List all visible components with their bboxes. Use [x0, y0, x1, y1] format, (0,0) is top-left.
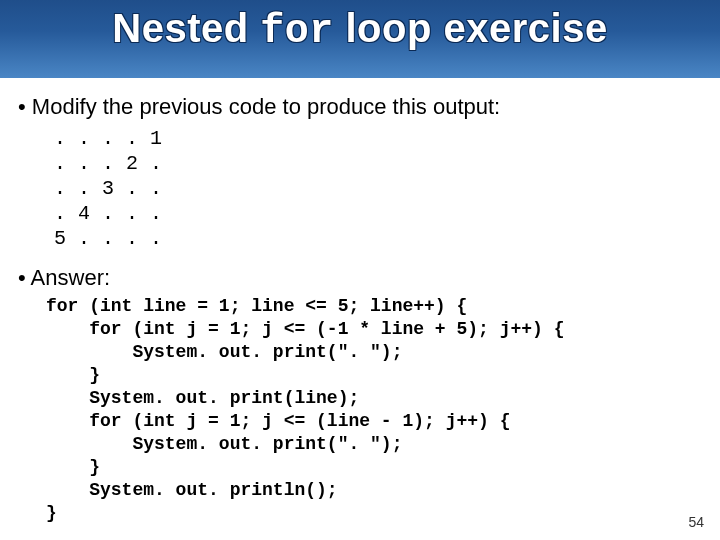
title-pre: Nested — [112, 6, 260, 50]
bullet-modify: Modify the previous code to produce this… — [18, 94, 702, 120]
code-block: for (int line = 1; line <= 5; line++) { … — [46, 295, 702, 525]
title-mono: for — [260, 9, 334, 54]
slide-title: Nested for loop exercise — [0, 6, 720, 54]
slide: Nested for loop exercise Modify the prev… — [0, 0, 720, 540]
slide-body: Modify the previous code to produce this… — [18, 88, 702, 525]
title-post: loop exercise — [334, 6, 608, 50]
page-number: 54 — [688, 514, 704, 530]
expected-output: . . . . 1 . . . 2 . . . 3 . . . 4 . . . … — [54, 126, 702, 251]
bullet-answer: Answer: — [18, 265, 702, 291]
